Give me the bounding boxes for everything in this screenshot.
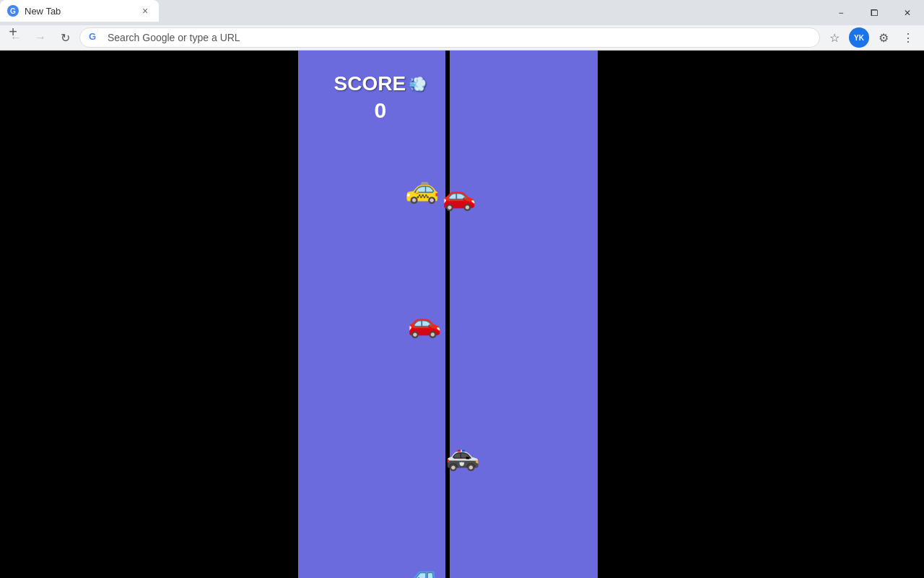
car-police: 🚓 xyxy=(446,442,480,470)
car-taxi: 🚕 xyxy=(405,175,439,202)
forward-button[interactable]: → xyxy=(30,27,51,48)
bookmark-button[interactable]: ☆ xyxy=(824,27,845,48)
tab-favicon: G xyxy=(7,5,19,17)
score-icon: 💨 xyxy=(409,75,427,92)
tab-close-button[interactable]: × xyxy=(139,4,152,17)
chrome-menu-button[interactable]: ⋮ xyxy=(898,27,918,48)
car-blue: 🚙 xyxy=(405,562,439,578)
active-tab[interactable]: G New Tab × xyxy=(0,0,159,22)
tab-title: New Tab xyxy=(25,6,133,17)
browser-window: G New Tab × + − ⧠ ✕ ← → ↻ G Search Googl… xyxy=(0,0,924,578)
score-value: 0 xyxy=(334,98,427,123)
window-controls: − ⧠ ✕ xyxy=(824,0,924,25)
google-icon: G xyxy=(89,31,102,44)
url-input[interactable]: G Search Google or type a URL xyxy=(79,27,820,48)
car-silver-1: 🚗 xyxy=(443,182,476,210)
extensions-button[interactable]: ⚙ xyxy=(873,27,894,48)
profile-button[interactable]: YK xyxy=(849,27,869,48)
game-canvas[interactable]: SCORE 💨 0 🚕 🚗 🚗 🚓 🚙 xyxy=(298,51,598,578)
close-button[interactable]: ✕ xyxy=(891,0,924,25)
address-bar: ← → ↻ G Search Google or type a URL ☆ YK… xyxy=(0,25,924,51)
score-label: SCORE 💨 xyxy=(334,72,427,95)
new-tab-button[interactable]: + xyxy=(3,22,23,42)
reload-button[interactable]: ↻ xyxy=(55,27,75,48)
tab-bar: G New Tab × + − ⧠ ✕ xyxy=(0,0,924,25)
url-text: Search Google or type a URL xyxy=(108,32,240,43)
content-area: SCORE 💨 0 🚕 🚗 🚗 🚓 🚙 xyxy=(0,51,924,578)
road-divider xyxy=(445,51,450,578)
minimize-button[interactable]: − xyxy=(824,0,858,25)
maximize-button[interactable]: ⧠ xyxy=(858,0,891,25)
car-silver-2: 🚗 xyxy=(408,309,442,337)
score-display: SCORE 💨 0 xyxy=(334,72,427,123)
